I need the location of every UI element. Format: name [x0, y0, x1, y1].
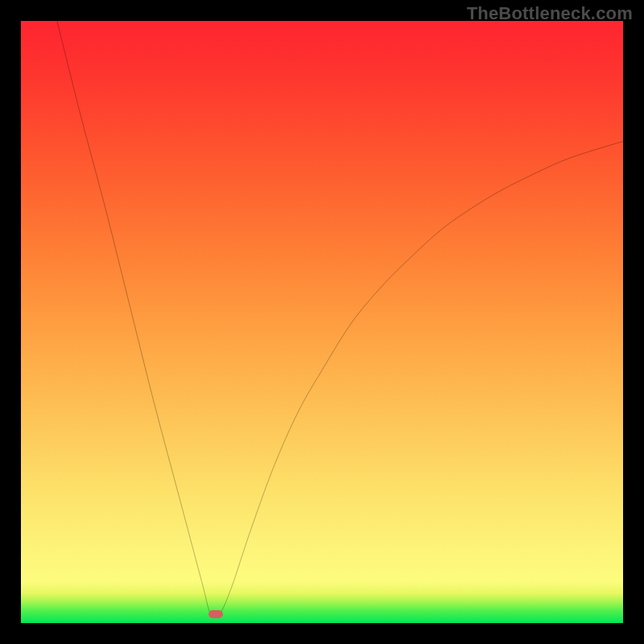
watermark-text: TheBottleneck.com	[467, 3, 633, 24]
bottleneck-curve	[57, 21, 623, 617]
optimal-point-marker	[208, 610, 223, 618]
curve-svg	[21, 21, 623, 623]
chart-frame: TheBottleneck.com	[0, 0, 644, 644]
plot-area	[21, 21, 623, 623]
